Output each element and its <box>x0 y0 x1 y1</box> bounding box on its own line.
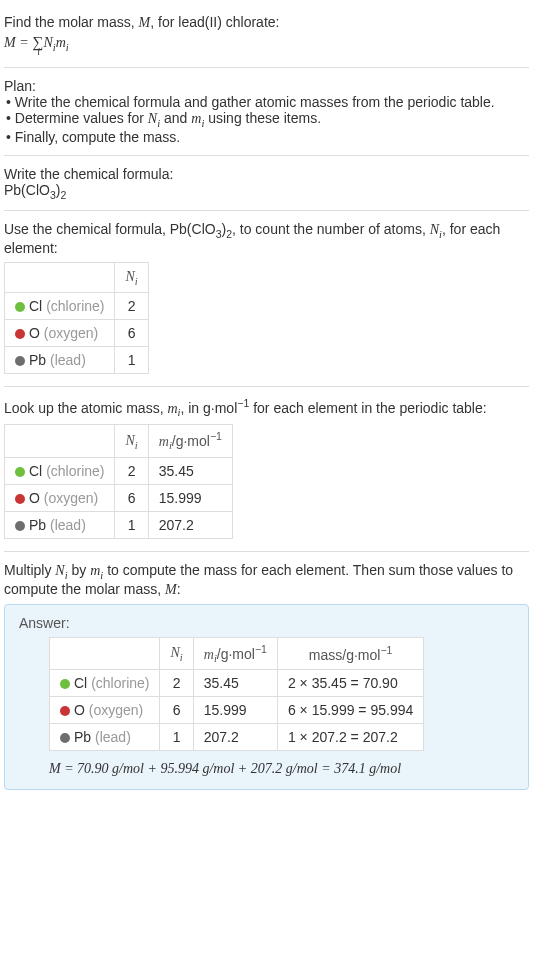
el-mass: 1 × 207.2 = 207.2 <box>277 724 423 751</box>
el-m: 207.2 <box>193 724 277 751</box>
table-row: Pb (lead) 1 <box>5 347 149 374</box>
hn: N <box>125 433 134 448</box>
header-empty <box>50 637 160 669</box>
chemical-formula: Pb(ClO3)2 <box>4 182 529 201</box>
table-row: Pb (lead) 1 207.2 1 × 207.2 = 207.2 <box>50 724 424 751</box>
eq-n: N <box>43 35 52 50</box>
el-n: 2 <box>115 293 148 320</box>
el-n: 6 <box>115 320 148 347</box>
dot-icon <box>60 706 70 716</box>
el-name: (oxygen) <box>44 325 98 341</box>
count-table: Ni Cl (chlorine) 2 O (oxygen) 6 Pb (lead… <box>4 262 149 374</box>
element-cell-cl: Cl (chlorine) <box>5 293 115 320</box>
el-name: (oxygen) <box>44 490 98 506</box>
element-cell-pb: Pb (lead) <box>5 511 115 538</box>
mass-table: Ni mi/g·mol−1 Cl (chlorine) 2 35.45 O (o… <box>4 424 233 538</box>
final-equation: M = 70.90 g/mol + 95.994 g/mol + 207.2 g… <box>49 761 514 777</box>
table-row: Cl (chlorine) 2 <box>5 293 149 320</box>
mult-M: M <box>165 582 177 597</box>
count-intro-1: Use the chemical formula, Pb(ClO <box>4 221 216 237</box>
mass-intro: Look up the atomic mass, mi, in g·mol−1 … <box>4 397 529 418</box>
el-n: 2 <box>115 457 148 484</box>
element-cell-o: O (oxygen) <box>5 484 115 511</box>
var-m-upper: M <box>139 15 151 30</box>
plan-item-1: • Write the chemical formula and gather … <box>6 94 529 110</box>
multiply-section: Multiply Ni by mi to compute the mass fo… <box>4 551 529 796</box>
el-sym: Cl <box>29 298 42 314</box>
hunit: /g·mol <box>172 433 210 449</box>
header-empty <box>5 425 115 457</box>
plan-2-b: and <box>160 110 191 126</box>
mass-var-m: m <box>167 401 177 416</box>
el-sym: Pb <box>74 729 91 745</box>
el-m: 35.45 <box>193 670 277 697</box>
mult-4: : <box>177 581 181 597</box>
table-row: O (oxygen) 6 <box>5 320 149 347</box>
table-header-row: Ni mi/g·mol−1 mass/g·mol−1 <box>50 637 424 669</box>
plan-2-a: • Determine values for <box>6 110 148 126</box>
header-mi: mi/g·mol−1 <box>193 637 277 669</box>
dot-icon <box>15 521 25 531</box>
plan-item-3: • Finally, compute the mass. <box>6 129 529 145</box>
dot-icon <box>15 302 25 312</box>
plan-2-m: m <box>191 111 201 126</box>
el-name: (chlorine) <box>46 298 104 314</box>
el-n: 1 <box>160 724 193 751</box>
formula-pb: Pb(ClO <box>4 182 50 198</box>
el-name: (lead) <box>95 729 131 745</box>
dot-icon <box>15 467 25 477</box>
el-sym: O <box>29 490 40 506</box>
table-row: Pb (lead) 1 207.2 <box>5 511 233 538</box>
formula-heading: Write the chemical formula: <box>4 166 529 182</box>
element-cell-o: O (oxygen) <box>5 320 115 347</box>
header-mass: mass/g·mol−1 <box>277 637 423 669</box>
dot-icon <box>60 733 70 743</box>
el-mass: 2 × 35.45 = 70.90 <box>277 670 423 697</box>
final-eq: = 70.90 g/mol + 95.994 g/mol + 207.2 g/m… <box>61 761 401 776</box>
dot-icon <box>15 494 25 504</box>
table-row: Cl (chlorine) 2 35.45 <box>5 457 233 484</box>
dot-icon <box>15 329 25 339</box>
el-sym: O <box>74 702 85 718</box>
header-ni: Ni <box>115 425 148 457</box>
count-intro-2: , to count the number of atoms, <box>232 221 430 237</box>
el-name: (chlorine) <box>46 463 104 479</box>
hn: N <box>170 645 179 660</box>
el-n: 6 <box>115 484 148 511</box>
table-row: Cl (chlorine) 2 35.45 2 × 35.45 = 70.90 <box>50 670 424 697</box>
hni: i <box>135 440 138 451</box>
eq-m: m <box>56 35 66 50</box>
mult-1: Multiply <box>4 562 55 578</box>
el-mass: 6 × 15.999 = 95.994 <box>277 697 423 724</box>
header-ni: Ni <box>115 263 148 293</box>
hn: N <box>125 269 134 284</box>
mass-intro-2: , in g·mol <box>180 400 237 416</box>
dot-icon <box>60 679 70 689</box>
count-intro: Use the chemical formula, Pb(ClO3)2, to … <box>4 221 529 256</box>
mass-sup: −1 <box>237 397 249 409</box>
intro-section: Find the molar mass, M, for lead(II) chl… <box>4 8 529 63</box>
el-name: (lead) <box>50 517 86 533</box>
el-n: 1 <box>115 511 148 538</box>
el-sym: Cl <box>74 675 87 691</box>
hni: i <box>135 276 138 287</box>
molar-mass-equation: M = ∑i Nimi <box>4 33 529 57</box>
el-sym: O <box>29 325 40 341</box>
table-header-row: Ni <box>5 263 149 293</box>
final-m: M <box>49 761 61 776</box>
header-mi: mi/g·mol−1 <box>148 425 232 457</box>
mult-n: N <box>55 563 64 578</box>
el-sym: Cl <box>29 463 42 479</box>
answer-label: Answer: <box>19 615 514 631</box>
eq-equals: = <box>16 35 32 50</box>
atomic-mass-section: Look up the atomic mass, mi, in g·mol−1 … <box>4 386 529 547</box>
element-cell-o: O (oxygen) <box>50 697 160 724</box>
element-cell-pb: Pb (lead) <box>50 724 160 751</box>
plan-2-c: using these items. <box>204 110 321 126</box>
formula-2: 2 <box>60 188 66 200</box>
hunit: /g·mol <box>217 645 255 661</box>
mass-intro-1: Look up the atomic mass, <box>4 400 167 416</box>
el-m: 35.45 <box>148 457 232 484</box>
el-m: 15.999 <box>193 697 277 724</box>
header-empty <box>5 263 115 293</box>
